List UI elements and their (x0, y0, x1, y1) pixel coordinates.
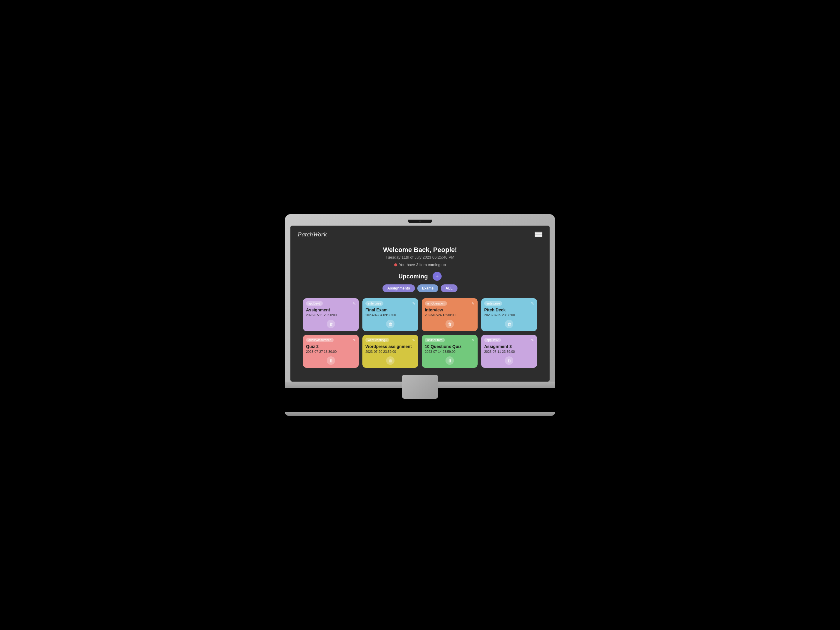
date-time-display: Tuesday 11th of July 2023 06:25:46 PM (302, 255, 538, 259)
card-footer: 🗑 (306, 320, 356, 328)
notice-text: You have 3 item coming up (399, 262, 446, 267)
card-date: 2023-07-11 23:59:00 (484, 350, 534, 354)
edit-icon[interactable] (353, 338, 356, 342)
card-title: Pitch Deck (484, 308, 534, 312)
laptop-base (285, 412, 555, 416)
card-item: onlineStore 10 Questions Quiz 2023-07-14… (422, 335, 478, 368)
camera-dot (419, 221, 421, 222)
card-date: 2023-07-14 23:59:00 (425, 350, 475, 354)
app-logo: PatchWork (298, 231, 327, 238)
edit-icon[interactable] (472, 302, 475, 306)
camera-notch (408, 219, 432, 223)
edit-icon[interactable] (412, 338, 415, 342)
delete-card-button[interactable]: 🗑 (505, 320, 513, 328)
delete-card-button[interactable]: 🗑 (445, 357, 454, 365)
delete-card-button[interactable]: 🗑 (327, 320, 335, 328)
trackpad (402, 375, 438, 399)
card-item: appDev2 Assignment 3 2023-07-11 23:59:00… (481, 335, 537, 368)
edit-icon[interactable] (353, 302, 356, 306)
card-footer: 🗑 (306, 357, 356, 365)
navbar: PatchWork (291, 226, 549, 243)
card-tag: appDev2 (484, 338, 501, 342)
trash-icon: 🗑 (507, 358, 511, 363)
card-tag: qualityAssurance (306, 338, 333, 342)
card-tag: enterprise (365, 301, 384, 306)
card-tag: webScripting3 (365, 338, 389, 342)
hamburger-line-2 (535, 234, 542, 235)
card-tag: onlineStore (425, 338, 445, 342)
filter-assignments-button[interactable]: Assignments (382, 284, 415, 292)
card-header: webScripting3 (365, 338, 415, 342)
trash-icon: 🗑 (329, 358, 333, 363)
delete-card-button[interactable]: 🗑 (445, 320, 454, 328)
add-item-button[interactable]: + (433, 272, 442, 281)
card-header: enterprise (365, 301, 415, 306)
filter-exams-button[interactable]: Exams (417, 284, 439, 292)
card-tag: enterprise (484, 301, 502, 306)
card-header: enterprise (484, 301, 534, 306)
card-title: Final Exam (365, 308, 415, 312)
filter-buttons: Assignments Exams ALL (302, 284, 538, 292)
card-header: qualityAssurance (306, 338, 356, 342)
card-date: 2023-07-27 13:30:00 (306, 350, 356, 354)
card-date: 2023-07-11 23:50:00 (306, 313, 356, 317)
trash-icon: 🗑 (329, 322, 333, 327)
hamburger-menu-button[interactable] (535, 232, 542, 237)
card-date: 2023-07-20 23:59:00 (365, 350, 415, 354)
filter-all-button[interactable]: ALL (441, 284, 457, 292)
trash-icon: 🗑 (507, 322, 511, 327)
card-header: appDev2 (306, 301, 356, 306)
delete-card-button[interactable]: 🗑 (327, 357, 335, 365)
card-title: Assignment (306, 308, 356, 312)
hamburger-line-1 (535, 232, 542, 233)
trash-icon: 🗑 (448, 358, 452, 363)
upcoming-header: Upcoming + (302, 272, 538, 281)
trash-icon: 🗑 (448, 322, 452, 327)
card-date: 2023-07-24 13:30:00 (425, 313, 475, 317)
card-header: onlineStore (425, 338, 475, 342)
edit-icon[interactable] (472, 338, 475, 342)
card-title: Interview (425, 308, 475, 312)
edit-icon[interactable] (531, 338, 534, 342)
card-title: Wordpress assignment (365, 344, 415, 349)
card-header: nmOperation (425, 301, 475, 306)
laptop-screen-bezel: PatchWork Welcome Back, People! Tuesday … (285, 214, 555, 382)
red-dot-icon (394, 264, 397, 267)
card-title: 10 Questions Quiz (425, 344, 475, 349)
edit-icon[interactable] (531, 302, 534, 306)
card-item: webScripting3 Wordpress assignment 2023-… (362, 335, 418, 368)
card-footer: 🗑 (365, 357, 415, 365)
trash-icon: 🗑 (388, 322, 392, 327)
card-footer: 🗑 (484, 357, 534, 365)
upcoming-label: Upcoming (398, 273, 428, 280)
card-tag: nmOperation (425, 301, 447, 306)
welcome-heading: Welcome Back, People! (302, 246, 538, 254)
card-tag: appDev2 (306, 301, 323, 306)
card-date: 2023-07-25 23:58:00 (484, 313, 534, 317)
card-item: qualityAssurance Quiz 2 2023-07-27 13:30… (303, 335, 359, 368)
delete-card-button[interactable]: 🗑 (505, 357, 513, 365)
card-item: nmOperation Interview 2023-07-24 13:30:0… (422, 298, 478, 331)
card-item: enterprise Final Exam 2023-07-04 09:30:0… (362, 298, 418, 331)
laptop-frame: PatchWork Welcome Back, People! Tuesday … (285, 214, 555, 416)
delete-card-button[interactable]: 🗑 (386, 320, 395, 328)
card-title: Assignment 3 (484, 344, 534, 349)
card-footer: 🗑 (425, 357, 475, 365)
hamburger-line-3 (535, 236, 542, 237)
card-footer: 🗑 (365, 320, 415, 328)
card-date: 2023-07-04 09:30:00 (365, 313, 415, 317)
card-title: Quiz 2 (306, 344, 356, 349)
delete-card-button[interactable]: 🗑 (386, 357, 395, 365)
card-footer: 🗑 (425, 320, 475, 328)
card-item: appDev2 Assignment 2023-07-11 23:50:00 🗑 (303, 298, 359, 331)
card-item: enterprise Pitch Deck 2023-07-25 23:58:0… (481, 298, 537, 331)
notice-bar: You have 3 item coming up (302, 262, 538, 267)
main-content: Welcome Back, People! Tuesday 11th of Ju… (291, 243, 549, 377)
trash-icon: 🗑 (388, 358, 392, 363)
card-footer: 🗑 (484, 320, 534, 328)
screen: PatchWork Welcome Back, People! Tuesday … (291, 226, 549, 382)
edit-icon[interactable] (412, 302, 415, 306)
cards-grid: appDev2 Assignment 2023-07-11 23:50:00 🗑… (303, 298, 537, 368)
card-header: appDev2 (484, 338, 534, 342)
